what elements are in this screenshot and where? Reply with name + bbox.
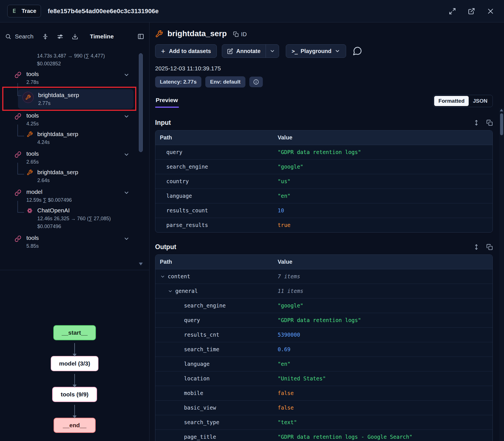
- chain-link-icon: [15, 151, 21, 158]
- graph-node-start[interactable]: __start__: [53, 325, 96, 340]
- trace-badge[interactable]: Trace: [7, 5, 41, 17]
- table-row[interactable]: query"GDPR data retention logs": [155, 145, 493, 160]
- output-title: Output: [155, 243, 176, 251]
- scrollbar-thumb[interactable]: [139, 53, 143, 152]
- external-link-icon: [468, 8, 475, 15]
- table-row[interactable]: results_cnt5390000: [155, 328, 493, 342]
- chain-link-icon: [15, 189, 21, 196]
- scrollbar-thumb[interactable]: [500, 113, 503, 135]
- tree-item-label: brightdata_serp: [37, 169, 78, 176]
- graph-node-tools[interactable]: tools (9/9): [52, 387, 97, 402]
- chevron-down-icon[interactable]: [123, 151, 130, 158]
- row-path: general: [155, 284, 273, 298]
- copy-icon[interactable]: [486, 244, 493, 250]
- tree-item-cost: $0.007496: [37, 224, 111, 229]
- chevron-down-icon[interactable]: [123, 236, 130, 242]
- playground-button[interactable]: >_ Playground: [286, 44, 346, 58]
- close-button[interactable]: [484, 5, 497, 17]
- table-row[interactable]: search_engine"google": [155, 160, 493, 174]
- copy-icon[interactable]: [486, 120, 493, 126]
- tree-item-tools-1[interactable]: tools 2.78s: [0, 69, 149, 86]
- table-row[interactable]: results_count10: [155, 203, 493, 218]
- expand-rows-icon[interactable]: [473, 244, 480, 250]
- chevron-down-icon[interactable]: [123, 72, 130, 78]
- plus-icon: +: [161, 47, 165, 55]
- annotate-button[interactable]: Annotate: [222, 45, 266, 58]
- chevron-down-icon[interactable]: [168, 289, 173, 294]
- tree-item-tools-2[interactable]: tools 4.25s: [0, 111, 149, 128]
- copy-id-button[interactable]: ID: [233, 31, 247, 38]
- tree-item-duration: 2.64s: [37, 178, 78, 183]
- table-row[interactable]: general11 items: [155, 284, 493, 298]
- maximize-button[interactable]: [446, 5, 459, 17]
- formatted-toggle[interactable]: Formatted: [434, 96, 469, 106]
- run-detail-panel: brightdata_serp ID + Add to datasets Ann…: [149, 22, 504, 441]
- table-row[interactable]: basic_viewfalse: [155, 401, 493, 415]
- tree-item-brightdata-serp-2[interactable]: brightdata_serp 4.24s: [0, 129, 149, 147]
- tab-preview[interactable]: Preview: [155, 97, 179, 108]
- main-scrollbar[interactable]: [499, 108, 504, 441]
- tree-item-text: brightdata_serp 4.24s: [37, 131, 78, 145]
- tree-item-model[interactable]: model 12.59s ∑ $0.007496: [0, 187, 149, 204]
- table-row[interactable]: language"en": [155, 357, 493, 371]
- table-row[interactable]: mobilefalse: [155, 386, 493, 401]
- graph-node-end[interactable]: __end__: [54, 418, 96, 433]
- search-input[interactable]: Search: [5, 33, 34, 40]
- table-row[interactable]: search_engine"google": [155, 298, 493, 313]
- wrench-icon: [155, 30, 163, 38]
- filter-settings-icon[interactable]: [57, 33, 63, 40]
- maximize-icon: [449, 8, 456, 15]
- graph-node-model[interactable]: model (3/3): [51, 356, 99, 371]
- download-icon[interactable]: [72, 33, 78, 40]
- scrollbar-down-arrow[interactable]: [139, 263, 143, 265]
- row-value: "us": [273, 174, 493, 189]
- json-toggle[interactable]: JSON: [469, 96, 492, 106]
- row-path: parse_results: [155, 218, 273, 232]
- row-path: search_engine: [155, 160, 273, 174]
- table-row[interactable]: query"GDPR data retention logs": [155, 313, 493, 328]
- table-row[interactable]: parse_resultstrue: [155, 218, 493, 232]
- chevron-down-icon: [335, 48, 340, 54]
- scrollbar-up-arrow[interactable]: [500, 109, 503, 111]
- tree-scrollbar[interactable]: [139, 50, 143, 265]
- collapse-all-icon[interactable]: [42, 33, 49, 40]
- annotate-dropdown-button[interactable]: [266, 45, 279, 58]
- tree-item-chatopenai[interactable]: ChatOpenAI 12.46s 26,325 → 760 (∑ 27,085…: [0, 205, 149, 231]
- tree-group: tools 5.85s: [0, 233, 149, 250]
- row-path: country: [155, 174, 273, 189]
- chevron-down-icon[interactable]: [123, 113, 130, 120]
- table-row[interactable]: page_title"GDPR data retention logs - Go…: [155, 430, 493, 441]
- chevron-down-icon[interactable]: [160, 274, 165, 279]
- chevron-down-icon[interactable]: [123, 190, 130, 196]
- table-row[interactable]: search_type"text": [155, 415, 493, 430]
- collapse-panel-icon[interactable]: [137, 33, 144, 40]
- tree-item-tools-4[interactable]: tools 5.85s: [0, 233, 149, 250]
- row-value: "GDPR data retention logs": [273, 313, 493, 327]
- tree-item-duration: 2.65s: [26, 159, 39, 165]
- row-path: query: [155, 145, 273, 159]
- tree-item-text: ChatOpenAI 12.46s 26,325 → 760 (∑ 27,085…: [37, 207, 111, 229]
- table-row[interactable]: search_time0.69: [155, 342, 493, 357]
- playground-label: Playground: [301, 48, 332, 54]
- tree-item-brightdata-serp-selected[interactable]: brightdata_serp 2.77s: [18, 89, 134, 109]
- output-section-header: Output: [155, 243, 493, 251]
- add-to-datasets-button[interactable]: + Add to datasets: [155, 44, 217, 58]
- open-external-button[interactable]: [465, 5, 478, 17]
- tree-item-text: brightdata_serp 2.64s: [37, 169, 78, 183]
- feedback-chat-button[interactable]: [352, 46, 362, 56]
- info-badge[interactable]: [249, 77, 263, 87]
- table-row[interactable]: language"en": [155, 189, 493, 203]
- timeline-toggle[interactable]: Timeline: [90, 33, 114, 40]
- table-row[interactable]: content7 items: [155, 269, 493, 284]
- expand-rows-icon[interactable]: [473, 120, 480, 126]
- table-row[interactable]: location"United States": [155, 371, 493, 386]
- trace-tree-icon: [12, 8, 18, 14]
- latency-badge: Latency: 2.77s: [155, 76, 201, 88]
- tree-item-duration: 5.85s: [26, 243, 39, 249]
- tree-item-brightdata-serp-3[interactable]: brightdata_serp 2.64s: [0, 167, 149, 185]
- row-path: location: [155, 371, 273, 386]
- table-row[interactable]: country"us": [155, 174, 493, 189]
- tree-item-tools-3[interactable]: tools 2.65s: [0, 149, 149, 166]
- table-header: Path Value: [155, 130, 493, 145]
- row-value: "GDPR data retention logs": [273, 145, 493, 159]
